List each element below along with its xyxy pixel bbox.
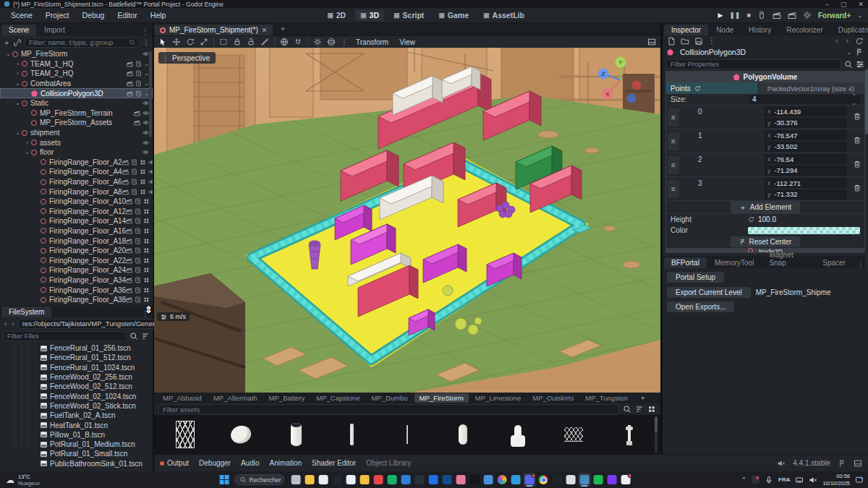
eye-icon[interactable]	[152, 247, 153, 254]
film-icon[interactable]	[126, 238, 132, 244]
taskbar-app-discord[interactable]	[524, 473, 536, 487]
taskbar-app-office[interactable]	[359, 473, 371, 487]
point-y-field[interactable]: y-33.502	[765, 142, 847, 152]
script-icon[interactable]	[135, 80, 142, 87]
map-tab-MP_Outskirts[interactable]: MP_Outskirts	[527, 393, 579, 403]
environment-settings-icon[interactable]	[327, 38, 336, 46]
expander-icon[interactable]: ⌄	[4, 51, 12, 57]
tree-item-FiringRange_Floor_A14[interactable]: FiringRange_Floor_A14	[0, 216, 153, 226]
tree-item-FiringRange_Floor_A36[interactable]: FiringRange_Floor_A36	[0, 285, 153, 295]
file-item-FenceWood_02_256.tscn[interactable]: FenceWood_02_256.tscn	[0, 372, 153, 382]
tree-item-shipment[interactable]: ⌄ shipment	[0, 128, 153, 138]
film-icon[interactable]	[122, 189, 129, 195]
weather-widget[interactable]: ☁ 13°CNuageux	[6, 474, 40, 487]
map-tab-MP_Dumbo[interactable]: MP_Dumbo	[366, 393, 412, 403]
revert-icon[interactable]	[748, 216, 754, 223]
eye-icon[interactable]	[142, 129, 149, 136]
tree-item-assets[interactable]: › assets	[0, 137, 153, 147]
taskbar-app-sharex[interactable]	[386, 473, 399, 487]
tray-app-icon[interactable]	[752, 476, 760, 484]
open-exports-button[interactable]: Open Exports...	[667, 301, 734, 312]
scene-filter-input[interactable]: Filter: name, t:type, g:group	[25, 38, 140, 48]
taskbar-app-obsidian[interactable]	[606, 473, 618, 487]
filter-assets-input[interactable]: Filter assets	[158, 404, 619, 414]
map-tab-MP_Aftermath[interactable]: MP_Aftermath	[208, 393, 263, 403]
film-icon[interactable]	[126, 228, 132, 234]
file-item-FenceWood_02_1024.tscn[interactable]: FenceWood_02_1024.tscn	[0, 391, 153, 401]
tab-history[interactable]: History	[741, 25, 778, 35]
mode-3d[interactable]: ▣3D	[355, 9, 384, 21]
tree-item-FiringRange_Floor_A22[interactable]: FiringRange_Floor_A22	[0, 255, 153, 265]
tab-scene[interactable]: Scene	[1, 25, 36, 35]
lock-node-icon[interactable]	[233, 38, 242, 46]
film-icon[interactable]	[126, 257, 132, 264]
drag-handle[interactable]: ≡	[668, 108, 679, 127]
minimize-button[interactable]: –	[825, 1, 829, 8]
point-x-field[interactable]: x-76.547	[765, 130, 847, 140]
groups-icon[interactable]	[143, 277, 150, 283]
film-icon[interactable]	[127, 61, 133, 67]
tab-duplicator3d[interactable]: Duplicator3D	[831, 25, 868, 35]
file-item-FenceWood_02_512.tscn[interactable]: FenceWood_02_512.tscn	[0, 382, 153, 391]
groups-icon[interactable]	[140, 159, 146, 166]
viewport-3d[interactable]: Y Z X ⋮Perspective 6 m/s	[154, 48, 660, 393]
viewport-extra-menu-icon[interactable]: ⋮	[341, 38, 348, 46]
perspective-menu[interactable]: ⋮Perspective	[158, 52, 216, 64]
bottom-panel-audio[interactable]: Audio	[241, 459, 260, 467]
tree-item-floor[interactable]: ⌄ floor	[0, 147, 153, 158]
mute-icon[interactable]	[777, 459, 786, 468]
groups-icon[interactable]	[140, 189, 146, 195]
script-icon[interactable]	[135, 228, 141, 234]
film-icon[interactable]	[126, 208, 132, 215]
file-item-FenceRural_01_512.tscn[interactable]: FenceRural_01_512.tscn	[0, 353, 153, 362]
script-icon[interactable]	[135, 277, 141, 283]
new-scene-tab-icon[interactable]: ＋	[273, 22, 292, 35]
tree-item-MP_FireStorm[interactable]: ⌄ MP_FireStorm	[0, 49, 153, 59]
taskbar-app-github[interactable]	[551, 473, 563, 487]
new-resource-icon[interactable]	[667, 37, 676, 46]
film-icon[interactable]	[122, 159, 129, 166]
bottom-panel-animation[interactable]: Animation	[270, 459, 302, 467]
eye-icon[interactable]	[152, 287, 153, 294]
taskbar-app-paper-plane[interactable]	[318, 473, 330, 487]
eye-icon[interactable]	[148, 179, 153, 185]
map-tab-MP_Tungsten[interactable]: MP_Tungsten	[580, 393, 633, 403]
drag-handle[interactable]: ≡	[668, 180, 679, 198]
tree-item-MP_FireStorm_Terrain[interactable]: MP_FireStorm_Terrain	[0, 108, 153, 119]
section-node3d[interactable]: Node3D	[666, 248, 864, 252]
volume-icon[interactable]	[809, 476, 817, 484]
groups-icon[interactable]	[143, 267, 150, 273]
asset-thumb-rig[interactable]	[557, 418, 591, 451]
bottom-panel-output[interactable]: Output	[160, 459, 189, 467]
film-icon[interactable]	[126, 296, 132, 303]
tree-item-FiringRange_Floor_A34[interactable]: FiringRange_Floor_A34	[0, 275, 153, 286]
tree-item-FiringRange_Floor_A38[interactable]: FiringRange_Floor_A38	[0, 295, 153, 305]
maximize-button[interactable]: ▢	[841, 1, 847, 8]
tab-current-scene[interactable]: MP_FireStorm_Shipment(*) ✕	[154, 25, 273, 35]
asset-scrollbar[interactable]	[655, 416, 658, 453]
film-icon[interactable]	[134, 119, 140, 126]
camera-preview-icon[interactable]	[647, 38, 656, 46]
file-item-FenceRural_01_1024.tscn[interactable]: FenceRural_01_1024.tscn	[0, 363, 153, 372]
map-tab-MP_FireStorm[interactable]: MP_FireStorm	[414, 393, 469, 403]
inspector-scrollbar[interactable]	[865, 69, 868, 269]
snap-toggle-icon[interactable]	[294, 38, 302, 46]
script-icon[interactable]	[135, 257, 141, 264]
movie-maker-icon[interactable]	[773, 11, 781, 20]
script-icon[interactable]	[135, 218, 141, 224]
delete-point-icon[interactable]	[853, 160, 861, 170]
tree-item-FiringRange_Floor_A16[interactable]: FiringRange_Floor_A16	[0, 226, 153, 236]
move-tool-icon[interactable]	[172, 38, 181, 46]
filter-files-input[interactable]: Filter Files	[3, 331, 127, 341]
tab-filesystem[interactable]: FileSystem	[1, 307, 51, 317]
file-item-FuelTank_02_A.tscn[interactable]: FuelTank_02_A.tscn	[0, 411, 153, 420]
add-element-button[interactable]: ＋ Add Element	[731, 201, 800, 214]
chevron-down-icon[interactable]: ⌄	[144, 80, 149, 87]
script-icon[interactable]	[135, 208, 141, 215]
local-space-icon[interactable]	[280, 38, 289, 46]
script-icon[interactable]	[135, 296, 141, 303]
groups-icon[interactable]	[143, 208, 150, 215]
property-tools-icon[interactable]	[856, 60, 864, 69]
tree-item-CombatArea[interactable]: ⌄ CombatArea ⌄	[0, 79, 153, 89]
tree-item-FiringRange_Floor_A18[interactable]: FiringRange_Floor_A18	[0, 236, 153, 246]
